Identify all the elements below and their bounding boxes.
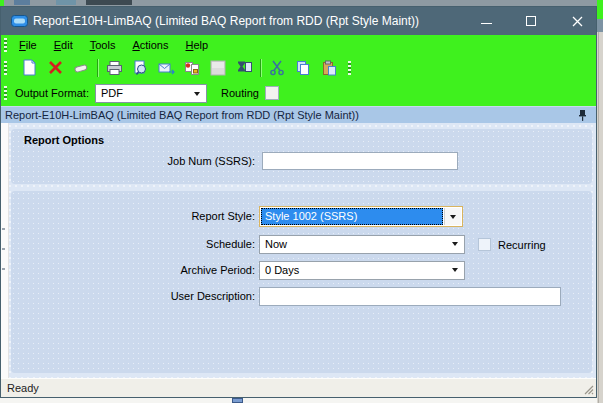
chevron-down-icon: [450, 215, 456, 219]
job-num-label: Job Num (SSRS):: [11, 155, 255, 167]
job-num-input[interactable]: [262, 152, 458, 170]
pin-icon[interactable]: [578, 109, 587, 122]
menu-edit[interactable]: Edit: [54, 39, 73, 51]
screen: Report-E10H-LimBAQ (Limited BAQ Report f…: [0, 0, 603, 403]
collapsed-splitter[interactable]: [1, 123, 9, 378]
window-title: Report-E10H-LimBAQ (Limited BAQ Report f…: [33, 14, 419, 28]
format-bar: Output Format: PDF Routing: [1, 80, 596, 106]
status-text: Ready: [7, 382, 39, 394]
report-style-combo[interactable]: Style 1002 (SSRS): [259, 206, 463, 227]
paste-icon[interactable]: [317, 57, 341, 79]
report-options-title: Report Options: [24, 134, 104, 146]
background-icon-blob: [14, 0, 30, 5]
resize-grip[interactable]: [583, 384, 594, 395]
archive-period-combo[interactable]: 0 Days: [259, 261, 465, 280]
status-bar: Ready: [1, 378, 596, 397]
report-style-value: Style 1002 (SSRS): [261, 208, 443, 225]
sheet-header-title: Report-E10H-LimBAQ (Limited BAQ Report f…: [5, 109, 359, 121]
recurring-checkbox[interactable]: [478, 238, 491, 251]
close-icon: [572, 16, 583, 27]
splitter-tick: [2, 268, 5, 270]
background-scrollbar-strip: [597, 0, 603, 403]
menu-tools[interactable]: Tools: [90, 39, 116, 51]
clear-icon[interactable]: [69, 57, 93, 79]
report-style-label: Report Style:: [11, 210, 255, 222]
chevron-down-icon: [452, 242, 458, 246]
formatbar-gripper[interactable]: [4, 86, 7, 100]
toolbar: [1, 55, 596, 80]
blank-icon: [206, 57, 230, 79]
cut-icon[interactable]: [265, 57, 289, 79]
delete-icon[interactable]: [43, 57, 67, 79]
minimize-icon: [481, 23, 492, 24]
toolbar-separator: [260, 59, 261, 77]
archive-period-label: Archive Period:: [11, 264, 255, 276]
archive-period-value: 0 Days: [265, 264, 299, 276]
menubar: File Edit Tools Actions Help: [1, 35, 596, 55]
maximize-button[interactable]: [516, 7, 546, 35]
new-icon[interactable]: [17, 57, 41, 79]
menu-help[interactable]: Help: [186, 39, 209, 51]
background-green-sliver: [597, 0, 603, 19]
toolbar-separator: [97, 59, 98, 77]
user-description-label: User Description:: [11, 290, 255, 302]
background-blue-sliver: [597, 19, 603, 32]
recurring-label: Recurring: [498, 239, 546, 251]
background-text-blob: [86, 0, 132, 5]
routing-label: Routing: [221, 87, 259, 99]
schedule-icon[interactable]: [232, 57, 256, 79]
menubar-gripper[interactable]: [4, 38, 7, 52]
output-format-label: Output Format:: [15, 87, 89, 99]
close-button[interactable]: [562, 7, 592, 35]
menu-actions[interactable]: Actions: [132, 39, 168, 51]
splitter-tick: [2, 228, 5, 230]
routing-checkbox[interactable]: [265, 86, 279, 100]
toolbar-gripper[interactable]: [4, 61, 7, 75]
schedule-value: Now: [265, 238, 287, 250]
report-style-dropdown-button[interactable]: [444, 208, 461, 225]
titlebar: Report-E10H-LimBAQ (Limited BAQ Report f…: [1, 7, 596, 35]
user-description-input[interactable]: [259, 287, 561, 306]
output-format-value: PDF: [101, 87, 123, 99]
style-schedule-group: Report Style: Style 1002 (SSRS) Schedule…: [11, 191, 592, 373]
splitter-tick: [2, 248, 5, 250]
toolbar-end-gripper[interactable]: [348, 61, 351, 75]
submit-icon[interactable]: [154, 57, 178, 79]
background-blue-element: [232, 398, 243, 403]
sheet-header: Report-E10H-LimBAQ (Limited BAQ Report f…: [1, 106, 596, 123]
schedule-label: Schedule:: [11, 238, 255, 250]
report-options-group: Report Options Job Num (SSRS):: [11, 129, 592, 184]
minimize-button[interactable]: [471, 7, 501, 35]
report-options-pane: Report Options Job Num (SSRS): Report St…: [1, 123, 596, 378]
process-icon[interactable]: [180, 57, 204, 79]
background-icon-blob: [56, 0, 76, 5]
chevron-down-icon: [194, 92, 200, 96]
print-preview-icon[interactable]: [128, 57, 152, 79]
output-format-combo[interactable]: PDF: [95, 84, 207, 103]
menu-file[interactable]: File: [19, 39, 37, 51]
app-icon[interactable]: [11, 15, 28, 27]
copy-icon[interactable]: [291, 57, 315, 79]
background-scrollbar-track: [598, 32, 599, 403]
chevron-down-icon: [452, 268, 458, 272]
maximize-icon: [526, 16, 536, 26]
background-window-bottom-sliver: [0, 398, 597, 403]
print-icon[interactable]: [102, 57, 126, 79]
schedule-combo[interactable]: Now: [259, 235, 465, 254]
